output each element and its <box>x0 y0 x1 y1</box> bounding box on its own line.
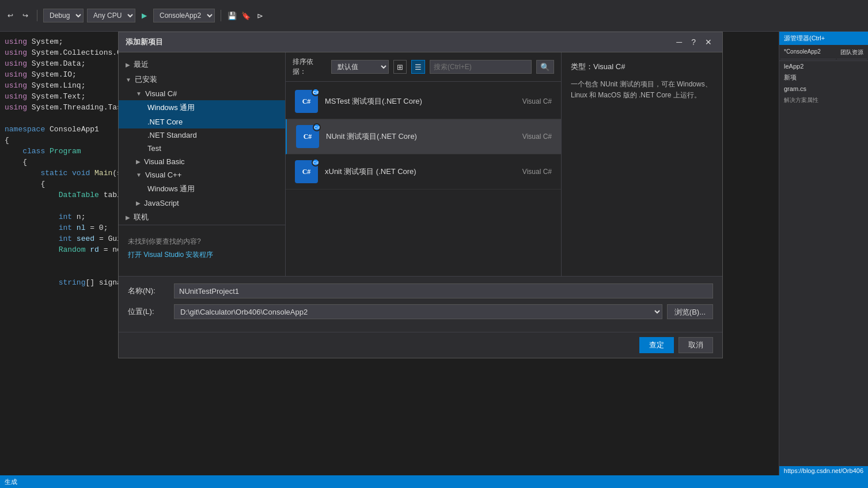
bookmark-icon: 🔖 <box>241 10 251 21</box>
code-line-11: class Program <box>0 146 118 157</box>
tree-item-javascript[interactable]: ▶ JavaScript <box>119 196 285 210</box>
toolbar-sep-1 <box>37 10 37 21</box>
code-line-6: using System.Text; <box>0 91 118 102</box>
info-type: 类型：Visual C# <box>571 62 713 72</box>
main-toolbar: ↩ ↪ Debug Any CPU ▶ ConsoleApp2 💾 🔖 ⊳ <box>0 0 868 32</box>
form-name-label: 名称(N): <box>128 286 174 296</box>
mstest-lang: Visual C# <box>522 97 552 105</box>
arrow-online: ▶ <box>126 214 130 221</box>
nunit-name: NUnit 测试项目(.NET Core) <box>326 132 417 141</box>
view-grid-btn[interactable]: ⊞ <box>393 60 407 74</box>
app-dropdown[interactable]: ConsoleApp2 <box>153 9 215 22</box>
undo-btn[interactable]: ↩ <box>5 10 16 21</box>
arrow-vcpp: ▼ <box>136 172 142 178</box>
dialog-close-btn[interactable]: ✕ <box>702 37 715 47</box>
code-line-10: { <box>0 135 118 146</box>
url-bar: https://blog.csdn.net/Orb406 <box>779 466 868 475</box>
code-line-15: DataTable tabl <box>0 190 118 201</box>
not-found-link[interactable]: 打开 Visual Studio 安装程序 <box>128 250 276 260</box>
xunit-info: xUnit 测试项目 (.NET Core) <box>325 167 522 177</box>
tree-item-visual-csharp[interactable]: ▼ Visual C# <box>119 87 285 100</box>
tree-label-online: 联机 <box>134 212 149 222</box>
form-name-input[interactable] <box>174 283 713 298</box>
tree-item-installed[interactable]: ▼ 已安装 <box>119 72 285 87</box>
view-list-btn[interactable]: ☰ <box>411 60 425 74</box>
code-line-13: static void Main(s <box>0 168 118 179</box>
code-line-9: namespace ConsoleApp1 <box>0 124 118 135</box>
tree-item-test[interactable]: Test <box>119 142 285 155</box>
tree-label-js: JavaScript <box>144 199 179 207</box>
nunit-info: NUnit 测试项目(.NET Core) <box>326 131 522 142</box>
tree-item-windows-general2[interactable]: Windows 通用 <box>119 181 285 196</box>
code-line-12: { <box>0 157 118 168</box>
nunit-icon: C# C# <box>296 125 319 148</box>
dialog-titlebar: 添加新项目 ─ ? ✕ <box>119 32 722 52</box>
dialog-footer: 名称(N): 位置(L): D:\git\Calculator\Orb406\C… <box>119 276 722 332</box>
add-project-dialog: 添加新项目 ─ ? ✕ ▶ 最近 ▼ 已安装 ▼ V <box>118 32 723 358</box>
not-found-text: 未找到你要查找的内容? <box>128 237 276 247</box>
info-desc: 一个包含 NUnit 测试的项目，可在 Windows、Linux 和 MacO… <box>571 79 713 101</box>
sidebar-item-gram[interactable]: gram.cs <box>779 84 868 94</box>
code-line-23: string[] signal <box>0 277 118 288</box>
tree-item-recent[interactable]: ▶ 最近 <box>119 57 285 72</box>
cancel-btn[interactable]: 取消 <box>679 337 713 353</box>
tree-label-netstandard: .NET Standard <box>147 131 197 139</box>
dialog-body: ▶ 最近 ▼ 已安装 ▼ Visual C# Windows 通用 .NET C… <box>119 52 722 276</box>
dialog-info-panel: 类型：Visual C# 一个包含 NUnit 测试的项目，可在 Windows… <box>561 52 722 276</box>
arrow-vbasic: ▶ <box>136 158 141 165</box>
redo-btn[interactable]: ↪ <box>20 10 31 21</box>
tree-label-windows2: Windows 通用 <box>147 184 195 194</box>
sidebar-item-app[interactable]: leApp2 <box>779 61 868 71</box>
cpu-dropdown[interactable]: Any CPU <box>87 9 135 22</box>
tree-label-windows: Windows 通用 <box>147 103 195 113</box>
project-item-xunit[interactable]: C# C# xUnit 测试项目 (.NET Core) Visual C# <box>286 154 561 190</box>
sidebar-item-new[interactable]: 新项 <box>779 71 868 84</box>
xunit-lang: Visual C# <box>522 168 552 176</box>
search-btn[interactable]: 🔍 <box>536 60 554 74</box>
code-line-19: int seed = Gui <box>0 233 118 244</box>
arrow-recent: ▶ <box>126 62 130 68</box>
arrow-csharp: ▼ <box>136 90 142 97</box>
form-location-label: 位置(L): <box>128 307 174 317</box>
run-btn[interactable]: ▶ <box>139 10 150 21</box>
browse-btn[interactable]: 浏览(B)... <box>667 304 713 319</box>
form-location-dropdown[interactable]: D:\git\Calculator\Orb406\ConsoleApp2 <box>174 304 662 319</box>
project-item-mstest[interactable]: C# C# MSTest 测试项目(.NET Core) Visual C# <box>286 84 561 119</box>
tree-item-net-standard[interactable]: .NET Standard <box>119 128 285 142</box>
confirm-btn[interactable]: 查定 <box>639 337 674 353</box>
dialog-controls: ─ ? ✕ <box>673 37 715 47</box>
code-line-3: using System.Data; <box>0 58 118 69</box>
tree-item-visual-basic[interactable]: ▶ Visual Basic <box>119 155 285 168</box>
tree-item-visual-cpp[interactable]: ▼ Visual C++ <box>119 168 285 181</box>
tree-label-vbasic: Visual Basic <box>144 157 185 166</box>
tree-label-recent: 最近 <box>134 59 149 70</box>
code-line-8 <box>0 113 118 124</box>
code-line-22 <box>0 266 118 277</box>
sidebar-header: 源管理器(Ctrl+ <box>779 32 868 45</box>
code-line-20: Random rd = new <box>0 244 118 255</box>
sidebar-tab-team[interactable]: 团队资源 <box>837 46 867 59</box>
dialog-help-btn[interactable]: ? <box>688 37 699 47</box>
sidebar-tab-console[interactable]: *ConsoleApp2 <box>780 46 836 59</box>
not-found-section: 未找到你要查找的内容? 打开 Visual Studio 安装程序 <box>119 225 285 271</box>
tree-item-net-core[interactable]: .NET Core <box>119 115 285 128</box>
debug-dropdown[interactable]: Debug <box>43 9 84 22</box>
sidebar-label-props: 解决方案属性 <box>779 94 868 105</box>
save-icon: 💾 <box>227 10 237 21</box>
tree-item-windows-general[interactable]: Windows 通用 <box>119 100 285 115</box>
dialog-actions: 查定 取消 <box>119 332 722 358</box>
dialog-center-panel: 排序依据： 默认值 ⊞ ☰ 🔍 C# <box>286 52 561 276</box>
code-line-21 <box>0 255 118 266</box>
project-item-nunit[interactable]: C# C# NUnit 测试项目(.NET Core) Visual C# <box>286 119 561 154</box>
dialog-min-btn[interactable]: ─ <box>673 37 685 47</box>
mstest-info: MSTest 测试项目(.NET Core) <box>325 96 522 107</box>
form-row-location: 位置(L): D:\git\Calculator\Orb406\ConsoleA… <box>128 304 713 319</box>
search-input[interactable] <box>430 60 532 74</box>
status-text: 生成 <box>5 478 17 486</box>
sort-dropdown[interactable]: 默认值 <box>331 60 389 74</box>
sort-label: 排序依据： <box>293 57 327 77</box>
tree-item-online[interactable]: ▶ 联机 <box>119 210 285 225</box>
nunit-lang: Visual C# <box>522 133 552 141</box>
dialog-center-toolbar: 排序依据： 默认值 ⊞ ☰ 🔍 <box>286 52 561 82</box>
toolbar-sep-2 <box>221 10 221 21</box>
